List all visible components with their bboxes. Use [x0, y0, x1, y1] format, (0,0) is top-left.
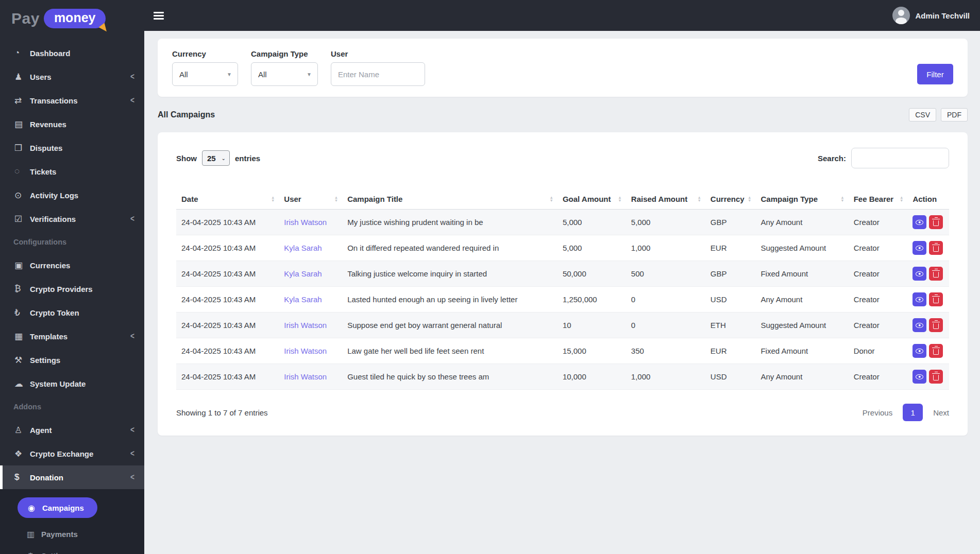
delete-button[interactable]: [929, 344, 943, 358]
campaign-type-filter-select[interactable]: All: [251, 62, 318, 86]
view-button[interactable]: [913, 241, 926, 255]
campaign-type-cell: Suggested Amount: [755, 313, 848, 338]
table-row: 24-04-2025 10:43 AMKyla SarahLasted hunt…: [176, 287, 949, 313]
user-cell: Irish Watson: [279, 210, 342, 235]
sidebar-item-currencies[interactable]: ▣Currencies: [0, 253, 144, 277]
currency-filter-select[interactable]: All: [172, 62, 238, 86]
col-header-label: Currency: [711, 195, 745, 203]
user-link[interactable]: Irish Watson: [284, 321, 327, 330]
csv-export-button[interactable]: CSV: [909, 108, 936, 122]
delete-button[interactable]: [929, 215, 943, 229]
page-size-select[interactable]: 25: [202, 150, 230, 166]
date-cell: 24-04-2025 10:43 AM: [176, 210, 279, 235]
sidebar-subitem-campaigns[interactable]: ◉Campaigns: [18, 497, 97, 518]
pdf-export-button[interactable]: PDF: [941, 108, 968, 122]
sidebar-item-label: System Update: [30, 379, 86, 388]
col-header-campaign-title[interactable]: Campaign Title▲▼: [342, 189, 557, 210]
sidebar-item-disputes[interactable]: ❒Disputes: [0, 136, 144, 160]
sidebar-item-verifications[interactable]: ☑Verifications<: [0, 207, 144, 231]
dashboard-icon: ◔: [14, 48, 30, 58]
action-cell: [913, 267, 944, 281]
user-cell: Kyla Sarah: [279, 261, 342, 287]
sidebar-item-crypto-providers[interactable]: ₿Crypto Providers: [0, 277, 144, 301]
previous-page-button[interactable]: Previous: [863, 408, 892, 417]
user-menu[interactable]: Admin Techvill: [892, 7, 970, 24]
sidebar-item-templates[interactable]: ▦Templates<: [0, 324, 144, 348]
brand-logo[interactable]: Pay money: [0, 0, 144, 37]
view-button[interactable]: [913, 370, 926, 384]
col-header-date[interactable]: Date▲▼: [176, 189, 279, 210]
user-filter-input[interactable]: [331, 62, 425, 86]
currency-cell: USD: [705, 364, 756, 390]
sort-icon: ▲▼: [549, 196, 553, 202]
campaign-type-cell: Any Amount: [755, 287, 848, 313]
view-button[interactable]: [913, 344, 926, 358]
sidebar-item-label: Users: [30, 73, 52, 81]
delete-button[interactable]: [929, 318, 943, 332]
campaign-type-filter-label: Campaign Type: [251, 49, 318, 58]
user-link[interactable]: Kyla Sarah: [284, 244, 322, 252]
currency-cell: ETH: [705, 313, 756, 338]
search-input[interactable]: [851, 148, 949, 168]
col-header-raised-amount[interactable]: Raised Amount▲▼: [626, 189, 705, 210]
sidebar-item-activity-logs[interactable]: ⊙Activity Logs: [0, 183, 144, 207]
delete-button[interactable]: [929, 241, 943, 255]
user-cell: Irish Watson: [279, 313, 342, 338]
sidebar-item-label: Templates: [30, 332, 67, 341]
currency-cell: EUR: [705, 235, 756, 261]
user-link[interactable]: Kyla Sarah: [284, 269, 322, 278]
sidebar-item-label: Crypto Providers: [30, 285, 93, 293]
sidebar-item-label: Crypto Token: [30, 308, 79, 317]
col-header-goal-amount[interactable]: Goal Amount▲▼: [557, 189, 626, 210]
next-page-button[interactable]: Next: [933, 408, 949, 417]
sidebar-subitem-payments[interactable]: ▥Payments: [0, 523, 144, 545]
date-cell: 24-04-2025 10:43 AM: [176, 313, 279, 338]
user-link[interactable]: Irish Watson: [284, 218, 327, 227]
delete-button[interactable]: [929, 292, 943, 306]
user-cell: Kyla Sarah: [279, 235, 342, 261]
sidebar-subitem-settings[interactable]: ⚙Settings: [0, 545, 144, 554]
sidebar-item-dashboard[interactable]: ◔Dashboard: [0, 41, 144, 65]
col-header-currency[interactable]: Currency▲▼: [705, 189, 756, 210]
sidebar-item-donation[interactable]: $Donation<: [0, 465, 144, 489]
col-header-label: User: [284, 195, 301, 203]
col-header-campaign-type[interactable]: Campaign Type▲▼: [755, 189, 848, 210]
view-button[interactable]: [913, 215, 926, 229]
cursor-arrow-icon: [99, 23, 110, 33]
sidebar-subitem-label: Campaigns: [42, 504, 84, 512]
view-button[interactable]: [913, 292, 926, 306]
chevron-left-icon: <: [130, 214, 134, 224]
action-cell: [913, 215, 944, 229]
sidebar-item-transactions[interactable]: ⇄Transactions<: [0, 89, 144, 112]
col-header-user[interactable]: User▲▼: [279, 189, 342, 210]
filter-button[interactable]: Filter: [917, 64, 953, 84]
sidebar-item-users[interactable]: ♟Users<: [0, 65, 144, 89]
sidebar-item-tickets[interactable]: ◌Tickets: [0, 160, 144, 183]
user-link[interactable]: Kyla Sarah: [284, 295, 322, 304]
user-cell: Irish Watson: [279, 338, 342, 364]
fee-bearer-cell: Creator: [849, 235, 908, 261]
date-cell: 24-04-2025 10:43 AM: [176, 235, 279, 261]
sidebar-item-revenues[interactable]: ▤Revenues: [0, 112, 144, 136]
sidebar-item-crypto-token[interactable]: ₺Crypto Token: [0, 301, 144, 324]
sidebar-item-crypto-exchange[interactable]: ❖Crypto Exchange<: [0, 442, 144, 465]
user-link[interactable]: Irish Watson: [284, 372, 327, 381]
view-button[interactable]: [913, 318, 926, 332]
sidebar-item-settings[interactable]: ⚒Settings: [0, 348, 144, 372]
raised-amount-cell: 1,000: [626, 235, 705, 261]
sidebar-item-label: Transactions: [30, 96, 78, 105]
goal-amount-cell: 10,000: [557, 364, 626, 390]
transactions-icon: ⇄: [14, 95, 30, 106]
delete-button[interactable]: [929, 370, 943, 384]
sidebar-item-agent[interactable]: ♙Agent<: [0, 418, 144, 442]
col-header-fee-bearer[interactable]: Fee Bearer▲▼: [849, 189, 908, 210]
trash-icon: [933, 272, 939, 278]
delete-button[interactable]: [929, 267, 943, 281]
campaigns-table: Date▲▼User▲▼Campaign Title▲▼Goal Amount▲…: [176, 189, 949, 390]
page-number-button[interactable]: 1: [903, 404, 923, 421]
campaign-title-cell: My justice wishing prudent waiting in be: [342, 210, 557, 235]
sidebar-item-system-update[interactable]: ☁System Update: [0, 372, 144, 395]
user-link[interactable]: Irish Watson: [284, 347, 327, 355]
hamburger-menu-icon[interactable]: [149, 8, 168, 24]
view-button[interactable]: [913, 267, 926, 281]
